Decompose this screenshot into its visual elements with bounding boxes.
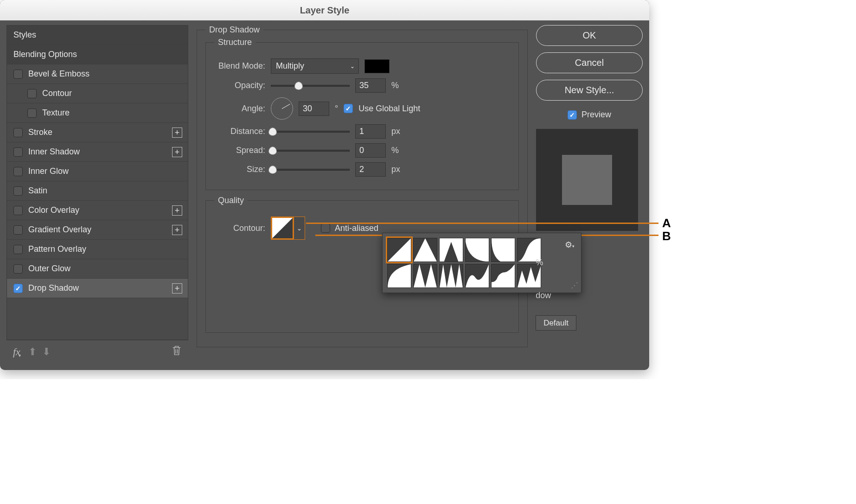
contour-preset-rolling-slope[interactable] <box>465 264 489 288</box>
angle-dial[interactable] <box>271 97 293 120</box>
opacity-unit: % <box>391 81 399 90</box>
svg-marker-2 <box>414 238 437 262</box>
anti-aliased-checkbox[interactable] <box>321 223 330 233</box>
global-light-checkbox[interactable] <box>344 104 353 113</box>
checkbox-icon[interactable] <box>13 264 23 274</box>
size-input[interactable]: 2 <box>355 162 386 177</box>
contour-preset-cove-shallow[interactable] <box>491 238 515 262</box>
checkbox-icon[interactable] <box>13 245 23 254</box>
blend-mode-select[interactable]: Multiply ⌄ <box>271 58 359 74</box>
annotation-label-b: B <box>662 229 671 243</box>
sidebar-header-styles[interactable]: Styles <box>7 26 188 45</box>
sidebar-item-inner-glow[interactable]: Inner Glow <box>7 162 188 181</box>
contour-preset-cone-inverted[interactable] <box>439 238 463 262</box>
add-icon[interactable]: + <box>172 283 182 293</box>
checkbox-icon[interactable] <box>13 206 23 215</box>
sidebar-header-blending[interactable]: Blending Options <box>7 45 188 64</box>
contour-preset-sawtooth[interactable] <box>517 264 541 288</box>
sidebar-item-label: Stroke <box>28 128 52 137</box>
add-icon[interactable]: + <box>172 128 182 138</box>
contour-preset-ring[interactable] <box>413 264 437 288</box>
sidebar-item-texture[interactable]: Texture <box>7 103 188 123</box>
spread-label: Spread: <box>214 146 265 155</box>
contour-preset-half-round[interactable] <box>387 264 411 288</box>
opacity-label: Opacity: <box>214 81 265 90</box>
checkbox-icon[interactable] <box>13 70 23 79</box>
angle-input[interactable]: 30 <box>299 102 329 116</box>
checkbox-icon[interactable] <box>27 108 37 118</box>
opacity-slider[interactable] <box>271 85 350 87</box>
new-style-button[interactable]: New Style... <box>536 80 643 101</box>
trash-icon[interactable] <box>172 345 182 359</box>
checkbox-icon[interactable] <box>13 284 23 293</box>
distance-slider[interactable] <box>271 131 350 133</box>
sidebar-item-label: Inner Glow <box>28 166 69 176</box>
sidebar-item-outer-glow[interactable]: Outer Glow <box>7 259 188 279</box>
sidebar-item-label: Inner Shadow <box>28 147 80 157</box>
sidebar-item-gradient-overlay[interactable]: Gradient Overlay + <box>7 220 188 240</box>
contour-preset-rounded-steps[interactable] <box>491 264 515 288</box>
fx-menu-button[interactable]: fx▾ <box>13 346 23 358</box>
move-down-icon[interactable]: ⬇ <box>42 346 51 358</box>
sidebar-item-label: Satin <box>28 186 47 196</box>
sidebar-item-stroke[interactable]: Stroke + <box>7 123 188 142</box>
contour-preset-cone[interactable] <box>413 238 437 262</box>
contour-picker-popup: ⚙▾ % dow De <box>382 233 581 293</box>
size-unit: px <box>391 165 400 174</box>
contour-preset-ring-double[interactable] <box>439 264 463 288</box>
sidebar-item-color-overlay[interactable]: Color Overlay + <box>7 201 188 220</box>
checkbox-icon[interactable] <box>13 225 23 235</box>
svg-marker-1 <box>388 238 411 262</box>
spread-input[interactable]: 0 <box>355 143 386 158</box>
cancel-button[interactable]: Cancel <box>536 52 643 73</box>
preview-label: Preview <box>581 110 611 120</box>
sidebar-item-satin[interactable]: Satin <box>7 181 188 201</box>
angle-label: Angle: <box>214 104 265 114</box>
sidebar-item-inner-shadow[interactable]: Inner Shadow + <box>7 142 188 162</box>
sidebar-item-label: Contour <box>42 89 72 98</box>
gear-icon[interactable]: ⚙▾ <box>565 240 575 250</box>
spread-slider[interactable] <box>271 150 350 152</box>
add-icon[interactable]: + <box>172 147 182 157</box>
blend-mode-value: Multiply <box>276 61 304 71</box>
contour-preset-cove-deep[interactable] <box>465 238 489 262</box>
dialog-buttons: OK Cancel New Style... Preview <box>536 25 643 231</box>
distance-unit: px <box>391 127 400 136</box>
checkbox-icon[interactable] <box>13 147 23 157</box>
sidebar-item-label: Pattern Overlay <box>28 244 86 254</box>
size-slider[interactable] <box>271 169 350 171</box>
checkbox-icon[interactable] <box>13 186 23 196</box>
move-up-icon[interactable]: ⬆ <box>28 346 37 358</box>
sidebar-item-label: Gradient Overlay <box>28 225 91 235</box>
sidebar-item-bevel-emboss[interactable]: Bevel & Emboss <box>7 64 188 84</box>
spread-unit: % <box>391 146 399 155</box>
contour-preset-gaussian[interactable] <box>517 238 541 262</box>
sidebar-item-contour[interactable]: Contour <box>7 84 188 103</box>
distance-input[interactable]: 1 <box>355 124 386 139</box>
sidebar-item-drop-shadow[interactable]: Drop Shadow + <box>7 279 188 298</box>
preview-thumbnail <box>536 129 638 231</box>
contour-preview[interactable] <box>271 217 294 240</box>
drop-shadow-fieldset: Drop Shadow Structure Blend Mode: Multip… <box>197 25 528 347</box>
distance-label: Distance: <box>214 127 265 136</box>
sidebar-item-pattern-overlay[interactable]: Pattern Overlay <box>7 240 188 259</box>
checkbox-icon[interactable] <box>13 167 23 176</box>
fieldset-legend: Structure <box>214 38 256 47</box>
sidebar-item-label: Color Overlay <box>28 205 79 215</box>
fieldset-legend: Quality <box>214 196 248 205</box>
checkbox-icon[interactable] <box>13 128 23 137</box>
preview-checkbox[interactable] <box>568 110 577 120</box>
checkbox-icon[interactable] <box>27 89 37 98</box>
opacity-input[interactable]: 35 <box>355 78 386 93</box>
add-icon[interactable]: + <box>172 225 182 235</box>
size-label: Size: <box>214 165 265 174</box>
contour-preset-linear[interactable] <box>387 238 411 262</box>
sidebar-item-label: Outer Glow <box>28 264 70 274</box>
resize-handle-icon[interactable]: ⋰ <box>571 281 578 290</box>
contour-dropdown-button[interactable]: ⌄ <box>294 217 305 240</box>
shadow-color-swatch[interactable] <box>364 59 390 73</box>
reset-default-button[interactable]: Default <box>536 315 576 331</box>
add-icon[interactable]: + <box>172 205 182 216</box>
ok-button[interactable]: OK <box>536 25 643 46</box>
sidebar-item-label: Bevel & Emboss <box>28 69 89 79</box>
